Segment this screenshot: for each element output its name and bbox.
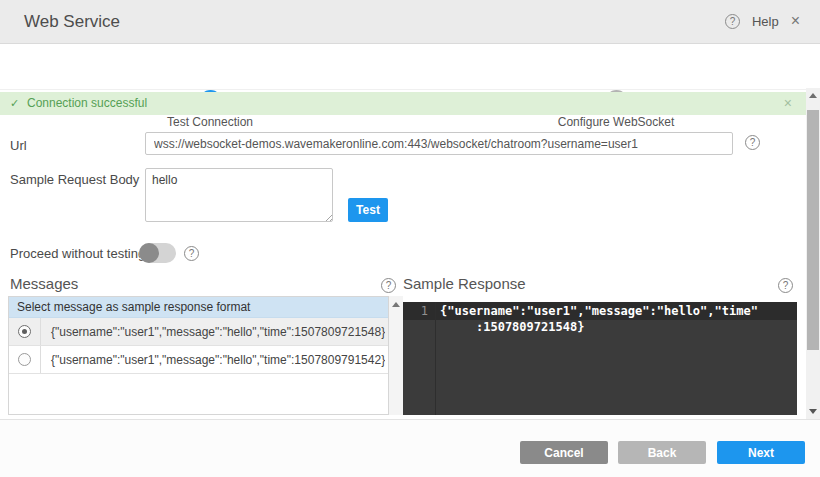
messages-scrollbar[interactable] <box>389 296 403 415</box>
check-icon: ✓ <box>10 92 19 115</box>
url-help-icon[interactable]: ? <box>745 135 760 150</box>
radio-unselected[interactable] <box>18 353 31 366</box>
success-banner: ✓ Connection successful × <box>0 92 806 115</box>
radio-selected[interactable] <box>18 325 31 338</box>
success-message: Connection successful <box>27 92 147 115</box>
sample-response-help-icon[interactable]: ? <box>778 278 793 293</box>
help-link[interactable]: Help <box>752 14 779 29</box>
proceed-help-icon[interactable]: ? <box>184 246 199 261</box>
editor-gutter: 1 <box>403 302 436 415</box>
message-row-text[interactable]: {"username":"user1","message":"hello","t… <box>41 325 385 339</box>
proceed-without-testing-label: Proceed without testing <box>10 246 145 261</box>
radio-cell <box>9 318 41 345</box>
code-line-2: :1507809721548} <box>440 320 584 334</box>
wizard-stepper: 1 2 Test Connection Configure WebSocket <box>0 44 820 90</box>
message-row-1[interactable]: {"username":"user1","message":"hello","t… <box>9 318 388 346</box>
help-icon[interactable]: ? <box>725 14 740 29</box>
back-button[interactable]: Back <box>618 441 706 464</box>
proceed-toggle[interactable] <box>139 243 176 263</box>
scroll-down-icon[interactable] <box>809 409 817 414</box>
dialog-footer: Cancel Back Next <box>0 419 820 477</box>
message-row-2[interactable]: {"username":"user1","message":"hello","t… <box>9 346 388 374</box>
code-line-1: {"username":"user1","message":"hello","t… <box>440 304 758 318</box>
main-scrollbar[interactable] <box>806 88 820 419</box>
editor-code[interactable]: {"username":"user1","message":"hello","t… <box>440 303 758 335</box>
radio-cell <box>9 346 41 373</box>
message-row-text[interactable]: {"username":"user1","message":"hello","t… <box>41 353 385 367</box>
header-actions: ? Help × <box>725 12 800 30</box>
toggle-knob[interactable] <box>139 243 159 263</box>
sample-request-body-label: Sample Request Body <box>10 172 139 187</box>
step-1-label[interactable]: Test Connection <box>130 115 290 129</box>
test-button[interactable]: Test <box>348 198 388 222</box>
messages-heading: Messages <box>10 275 78 292</box>
web-service-dialog: Web Service ? Help × 1 2 Test Connection… <box>0 0 820 477</box>
dialog-header: Web Service ? Help × <box>0 0 820 44</box>
page-title: Web Service <box>24 12 120 32</box>
messages-table-header: Select message as sample response format <box>9 297 388 318</box>
sample-request-body-input[interactable]: hello <box>145 168 333 222</box>
url-input[interactable] <box>145 132 733 155</box>
step-2-label[interactable]: Configure WebSocket <box>536 115 696 129</box>
sample-response-heading: Sample Response <box>403 275 526 292</box>
messages-help-icon[interactable]: ? <box>381 278 396 293</box>
scroll-up-icon[interactable] <box>809 93 817 98</box>
messages-table: Select message as sample response format… <box>8 296 389 415</box>
scroll-up-icon[interactable] <box>392 302 400 307</box>
line-number: 1 <box>421 304 428 318</box>
next-button[interactable]: Next <box>717 441 805 464</box>
scrollbar-thumb[interactable] <box>807 110 819 350</box>
url-label: Url <box>10 138 27 153</box>
banner-close-icon[interactable]: × <box>784 92 792 115</box>
close-icon[interactable]: × <box>791 12 800 30</box>
cancel-button[interactable]: Cancel <box>520 441 608 464</box>
sample-response-editor[interactable]: 1 {"username":"user1","message":"hello",… <box>403 302 797 415</box>
